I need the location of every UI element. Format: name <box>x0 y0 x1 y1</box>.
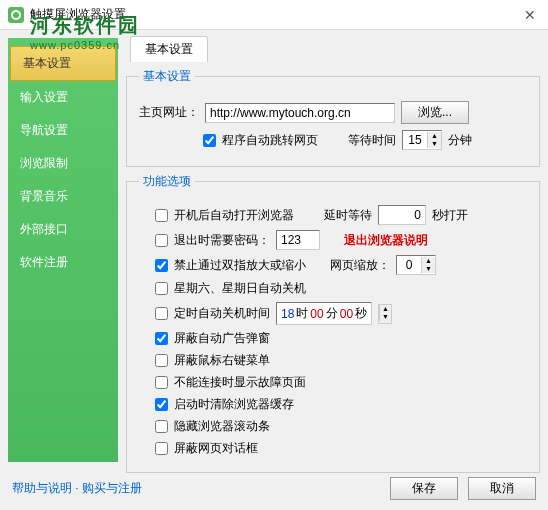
basic-settings-group: 基本设置 主页网址： 浏览... 程序自动跳转网页 等待时间 ▲▼ 分钟 <box>126 68 540 167</box>
block-rclick-label: 屏蔽鼠标右键菜单 <box>174 352 270 369</box>
auto-open-label: 开机后自动打开浏览器 <box>174 207 294 224</box>
basic-legend: 基本设置 <box>139 68 195 85</box>
sidebar-item-input[interactable]: 输入设置 <box>8 81 118 114</box>
timed-off-label: 定时自动关机时间 <box>174 305 270 322</box>
block-popup-label: 屏蔽自动广告弹窗 <box>174 330 270 347</box>
up-icon[interactable]: ▲ <box>421 257 435 265</box>
wait-unit: 分钟 <box>448 132 472 149</box>
svg-point-1 <box>13 12 19 18</box>
close-icon[interactable]: ✕ <box>520 7 540 23</box>
block-rclick-checkbox[interactable] <box>155 354 168 367</box>
timed-off-checkbox[interactable] <box>155 307 168 320</box>
block-dialog-checkbox[interactable] <box>155 442 168 455</box>
down-icon[interactable]: ▼ <box>379 313 391 321</box>
wait-stepper[interactable]: ▲▼ <box>402 130 442 150</box>
exit-pwd-input[interactable] <box>276 230 320 250</box>
sidebar-item-limit[interactable]: 浏览限制 <box>8 147 118 180</box>
up-icon[interactable]: ▲ <box>379 305 391 313</box>
delay-unit: 秒打开 <box>432 207 468 224</box>
sidebar-item-nav[interactable]: 导航设置 <box>8 114 118 147</box>
up-icon[interactable]: ▲ <box>427 132 441 140</box>
cancel-button[interactable]: 取消 <box>468 477 536 500</box>
auto-jump-label: 程序自动跳转网页 <box>222 132 318 149</box>
weekend-off-label: 星期六、星期日自动关机 <box>174 280 306 297</box>
titlebar: 触摸屏浏览器设置 ✕ <box>0 0 548 30</box>
delay-label: 延时等待 <box>324 207 372 224</box>
save-button[interactable]: 保存 <box>390 477 458 500</box>
tab-header: 基本设置 <box>126 38 540 62</box>
down-icon[interactable]: ▼ <box>421 265 435 273</box>
zoom-label: 网页缩放： <box>330 257 390 274</box>
function-options-group: 功能选项 开机后自动打开浏览器 延时等待 秒打开 退出时需要密码： 退出浏览器说… <box>126 173 540 473</box>
clear-cache-label: 启动时清除浏览器缓存 <box>174 396 294 413</box>
clear-cache-checkbox[interactable] <box>155 398 168 411</box>
sidebar-item-register[interactable]: 软件注册 <box>8 246 118 279</box>
tab-basic[interactable]: 基本设置 <box>130 36 208 62</box>
window-title: 触摸屏浏览器设置 <box>30 6 126 23</box>
no-pinch-checkbox[interactable] <box>155 259 168 272</box>
block-popup-checkbox[interactable] <box>155 332 168 345</box>
no-fault-checkbox[interactable] <box>155 376 168 389</box>
auto-open-checkbox[interactable] <box>155 209 168 222</box>
hide-scroll-checkbox[interactable] <box>155 420 168 433</box>
help-link[interactable]: 帮助与说明 <box>12 481 72 495</box>
browse-button[interactable]: 浏览... <box>401 101 469 124</box>
wait-label: 等待时间 <box>348 132 396 149</box>
link-separator: · <box>75 481 82 495</box>
sidebar-item-external[interactable]: 外部接口 <box>8 213 118 246</box>
app-icon <box>8 7 24 23</box>
block-dialog-label: 屏蔽网页对话框 <box>174 440 258 457</box>
homepage-label: 主页网址： <box>139 104 199 121</box>
exit-pwd-label: 退出时需要密码： <box>174 232 270 249</box>
time-input[interactable]: 18时 00分 00秒 <box>276 302 372 325</box>
no-pinch-label: 禁止通过双指放大或缩小 <box>174 257 306 274</box>
down-icon[interactable]: ▼ <box>427 140 441 148</box>
sidebar-item-music[interactable]: 背景音乐 <box>8 180 118 213</box>
auto-jump-checkbox[interactable] <box>203 134 216 147</box>
weekend-off-checkbox[interactable] <box>155 282 168 295</box>
sidebar: 基本设置 输入设置 导航设置 浏览限制 背景音乐 外部接口 软件注册 <box>8 38 118 462</box>
zoom-stepper[interactable]: ▲▼ <box>396 255 436 275</box>
delay-input[interactable] <box>378 205 426 225</box>
no-fault-label: 不能连接时显示故障页面 <box>174 374 306 391</box>
hide-scroll-label: 隐藏浏览器滚动条 <box>174 418 270 435</box>
buy-link[interactable]: 购买与注册 <box>82 481 142 495</box>
exit-note: 退出浏览器说明 <box>344 232 428 249</box>
func-legend: 功能选项 <box>139 173 195 190</box>
exit-pwd-checkbox[interactable] <box>155 234 168 247</box>
footer: 帮助与说明 · 购买与注册 保存 取消 <box>12 477 536 500</box>
sidebar-item-basic[interactable]: 基本设置 <box>10 46 116 81</box>
homepage-input[interactable] <box>205 103 395 123</box>
